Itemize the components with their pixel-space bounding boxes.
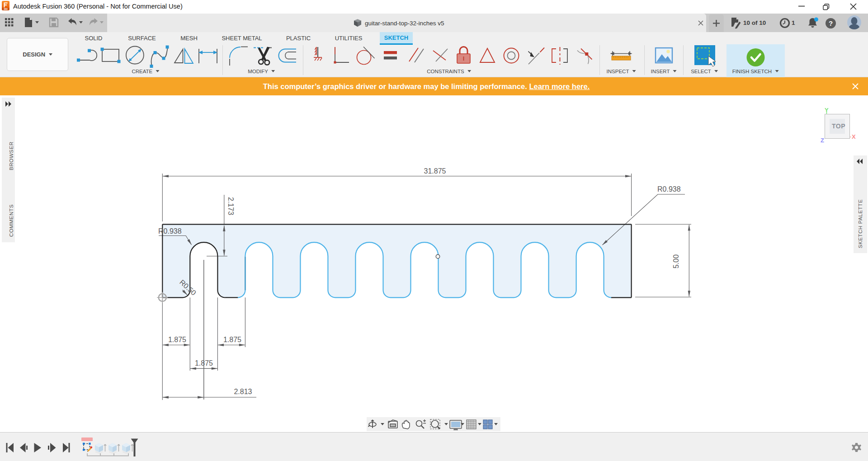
svg-text:2.813: 2.813 bbox=[234, 388, 252, 395]
svg-text:1.875: 1.875 bbox=[168, 336, 186, 343]
svg-text:360: 360 bbox=[4, 8, 8, 10]
svg-text:1.875: 1.875 bbox=[223, 336, 241, 343]
svg-text:1.875: 1.875 bbox=[195, 359, 213, 367]
svg-text:R0.938: R0.938 bbox=[158, 227, 182, 235]
svg-text:R0.938: R0.938 bbox=[657, 185, 681, 193]
svg-text:2.173: 2.173 bbox=[227, 197, 235, 215]
svg-text:?: ? bbox=[829, 19, 833, 27]
svg-text:5.00: 5.00 bbox=[672, 254, 680, 268]
svg-text:31.875: 31.875 bbox=[424, 167, 446, 175]
